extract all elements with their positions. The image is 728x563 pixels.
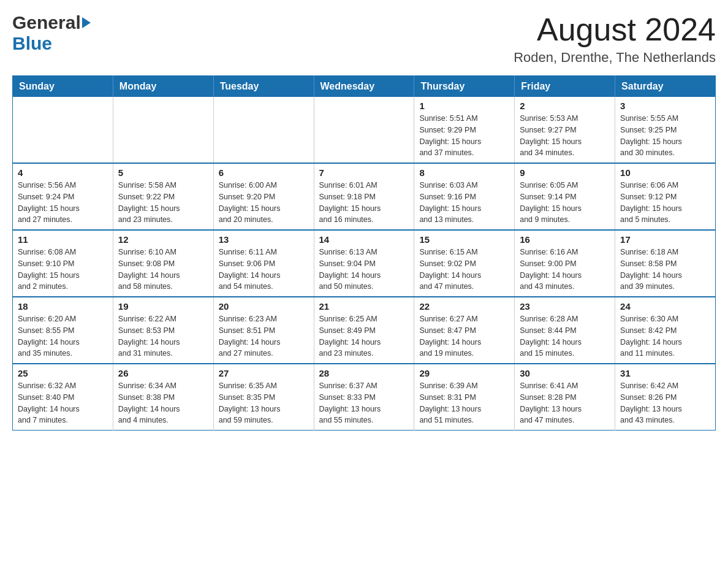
day-info: Sunrise: 6:42 AM Sunset: 8:26 PM Dayligh… [620,380,710,426]
calendar-day-14: 14Sunrise: 6:13 AM Sunset: 9:04 PM Dayli… [314,230,414,297]
calendar-week-4: 25Sunrise: 6:32 AM Sunset: 8:40 PM Dayli… [13,364,716,431]
calendar-day-17: 17Sunrise: 6:18 AM Sunset: 8:58 PM Dayli… [615,230,716,297]
day-number: 28 [319,368,409,378]
calendar-week-1: 4Sunrise: 5:56 AM Sunset: 9:24 PM Daylig… [13,163,716,230]
day-number: 21 [319,301,409,312]
day-info: Sunrise: 5:55 AM Sunset: 9:25 PM Dayligh… [620,113,710,159]
title-section: August 2024 Roden, Drenthe, The Netherla… [514,12,716,66]
location: Roden, Drenthe, The Netherlands [514,50,716,66]
logo-blue: Blue [12,33,52,53]
day-number: 27 [219,368,309,378]
calendar-day-30: 30Sunrise: 6:41 AM Sunset: 8:28 PM Dayli… [515,364,615,431]
day-number: 24 [620,301,710,312]
calendar-empty-cell [113,97,213,163]
day-info: Sunrise: 6:08 AM Sunset: 9:10 PM Dayligh… [18,247,108,293]
day-header-monday: Monday [113,76,213,98]
calendar-day-1: 1Sunrise: 5:51 AM Sunset: 9:29 PM Daylig… [414,97,515,163]
logo-arrow-icon [82,17,91,28]
calendar-day-31: 31Sunrise: 6:42 AM Sunset: 8:26 PM Dayli… [615,364,716,431]
calendar-day-18: 18Sunrise: 6:20 AM Sunset: 8:55 PM Dayli… [13,297,113,364]
calendar-empty-cell [213,97,314,163]
day-number: 23 [520,301,610,312]
day-info: Sunrise: 6:11 AM Sunset: 9:06 PM Dayligh… [219,247,309,293]
day-info: Sunrise: 6:37 AM Sunset: 8:33 PM Dayligh… [319,380,409,426]
day-info: Sunrise: 6:32 AM Sunset: 8:40 PM Dayligh… [18,380,108,426]
day-number: 11 [18,234,108,245]
logo-general: General [12,12,81,33]
calendar-day-7: 7Sunrise: 6:01 AM Sunset: 9:18 PM Daylig… [314,163,414,230]
day-header-saturday: Saturday [615,76,716,98]
day-number: 2 [520,101,610,111]
day-header-thursday: Thursday [414,76,515,98]
day-number: 6 [219,167,309,178]
day-info: Sunrise: 6:06 AM Sunset: 9:12 PM Dayligh… [620,180,710,226]
day-number: 14 [319,234,409,245]
calendar-day-11: 11Sunrise: 6:08 AM Sunset: 9:10 PM Dayli… [13,230,113,297]
calendar-day-21: 21Sunrise: 6:25 AM Sunset: 8:49 PM Dayli… [314,297,414,364]
day-info: Sunrise: 6:20 AM Sunset: 8:55 PM Dayligh… [18,313,108,359]
calendar-empty-cell [314,97,414,163]
day-info: Sunrise: 5:53 AM Sunset: 9:27 PM Dayligh… [520,113,610,159]
day-info: Sunrise: 6:22 AM Sunset: 8:53 PM Dayligh… [118,313,208,359]
month-title: August 2024 [514,12,716,47]
calendar-table: SundayMondayTuesdayWednesdayThursdayFrid… [12,75,716,431]
day-number: 17 [620,234,710,245]
day-info: Sunrise: 6:23 AM Sunset: 8:51 PM Dayligh… [219,313,309,359]
day-number: 15 [419,234,509,245]
day-header-wednesday: Wednesday [314,76,414,98]
calendar-header-row: SundayMondayTuesdayWednesdayThursdayFrid… [13,76,716,98]
calendar-day-3: 3Sunrise: 5:55 AM Sunset: 9:25 PM Daylig… [615,97,716,163]
day-info: Sunrise: 6:34 AM Sunset: 8:38 PM Dayligh… [118,380,208,426]
day-info: Sunrise: 6:30 AM Sunset: 8:42 PM Dayligh… [620,313,710,359]
calendar-day-29: 29Sunrise: 6:39 AM Sunset: 8:31 PM Dayli… [414,364,515,431]
page-header: General Blue August 2024 Roden, Drenthe,… [12,12,716,66]
day-number: 26 [118,368,208,378]
day-info: Sunrise: 6:27 AM Sunset: 8:47 PM Dayligh… [419,313,509,359]
day-info: Sunrise: 6:28 AM Sunset: 8:44 PM Dayligh… [520,313,610,359]
day-info: Sunrise: 6:16 AM Sunset: 9:00 PM Dayligh… [520,247,610,293]
day-number: 25 [18,368,108,378]
day-number: 7 [319,167,409,178]
calendar-day-26: 26Sunrise: 6:34 AM Sunset: 8:38 PM Dayli… [113,364,213,431]
day-number: 3 [620,101,710,111]
day-info: Sunrise: 6:25 AM Sunset: 8:49 PM Dayligh… [319,313,409,359]
calendar-day-12: 12Sunrise: 6:10 AM Sunset: 9:08 PM Dayli… [113,230,213,297]
calendar-body: 1Sunrise: 5:51 AM Sunset: 9:29 PM Daylig… [13,97,716,431]
calendar-day-19: 19Sunrise: 6:22 AM Sunset: 8:53 PM Dayli… [113,297,213,364]
day-number: 20 [219,301,309,312]
day-info: Sunrise: 6:01 AM Sunset: 9:18 PM Dayligh… [319,180,409,226]
day-number: 9 [520,167,610,178]
calendar-day-8: 8Sunrise: 6:03 AM Sunset: 9:16 PM Daylig… [414,163,515,230]
calendar-day-28: 28Sunrise: 6:37 AM Sunset: 8:33 PM Dayli… [314,364,414,431]
day-info: Sunrise: 6:35 AM Sunset: 8:35 PM Dayligh… [219,380,309,426]
day-info: Sunrise: 5:51 AM Sunset: 9:29 PM Dayligh… [419,113,509,159]
calendar-day-2: 2Sunrise: 5:53 AM Sunset: 9:27 PM Daylig… [515,97,615,163]
calendar-day-20: 20Sunrise: 6:23 AM Sunset: 8:51 PM Dayli… [213,297,314,364]
calendar-day-6: 6Sunrise: 6:00 AM Sunset: 9:20 PM Daylig… [213,163,314,230]
calendar-day-16: 16Sunrise: 6:16 AM Sunset: 9:00 PM Dayli… [515,230,615,297]
calendar-day-27: 27Sunrise: 6:35 AM Sunset: 8:35 PM Dayli… [213,364,314,431]
day-number: 5 [118,167,208,178]
day-number: 16 [520,234,610,245]
day-info: Sunrise: 6:10 AM Sunset: 9:08 PM Dayligh… [118,247,208,293]
day-info: Sunrise: 6:41 AM Sunset: 8:28 PM Dayligh… [520,380,610,426]
calendar-week-2: 11Sunrise: 6:08 AM Sunset: 9:10 PM Dayli… [13,230,716,297]
day-number: 22 [419,301,509,312]
calendar-day-25: 25Sunrise: 6:32 AM Sunset: 8:40 PM Dayli… [13,364,113,431]
calendar-day-23: 23Sunrise: 6:28 AM Sunset: 8:44 PM Dayli… [515,297,615,364]
calendar-day-4: 4Sunrise: 5:56 AM Sunset: 9:24 PM Daylig… [13,163,113,230]
day-info: Sunrise: 5:58 AM Sunset: 9:22 PM Dayligh… [118,180,208,226]
calendar-day-22: 22Sunrise: 6:27 AM Sunset: 8:47 PM Dayli… [414,297,515,364]
calendar-day-13: 13Sunrise: 6:11 AM Sunset: 9:06 PM Dayli… [213,230,314,297]
logo: General Blue [12,12,92,54]
calendar-day-5: 5Sunrise: 5:58 AM Sunset: 9:22 PM Daylig… [113,163,213,230]
day-number: 12 [118,234,208,245]
day-header-sunday: Sunday [13,76,113,98]
day-number: 29 [419,368,509,378]
calendar-day-9: 9Sunrise: 6:05 AM Sunset: 9:14 PM Daylig… [515,163,615,230]
calendar-day-10: 10Sunrise: 6:06 AM Sunset: 9:12 PM Dayli… [615,163,716,230]
day-number: 13 [219,234,309,245]
day-number: 18 [18,301,108,312]
calendar-day-15: 15Sunrise: 6:15 AM Sunset: 9:02 PM Dayli… [414,230,515,297]
calendar-empty-cell [13,97,113,163]
